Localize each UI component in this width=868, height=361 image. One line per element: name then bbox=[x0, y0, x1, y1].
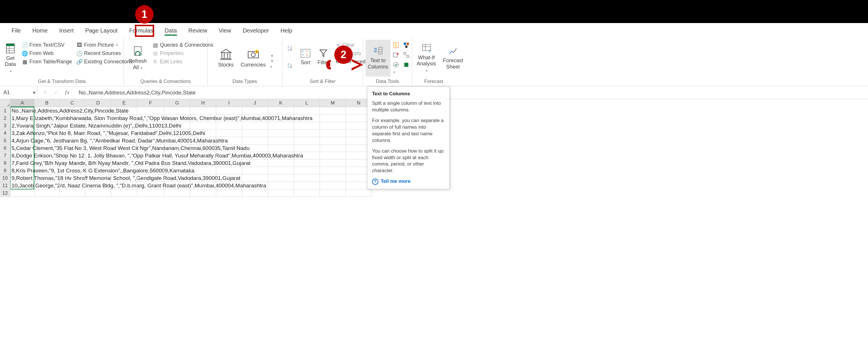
cell[interactable] bbox=[137, 144, 164, 152]
cell[interactable] bbox=[59, 137, 85, 144]
cell[interactable] bbox=[164, 152, 190, 160]
cell[interactable] bbox=[320, 160, 346, 167]
row-header[interactable]: 6 bbox=[0, 144, 10, 152]
cell[interactable] bbox=[111, 182, 137, 190]
cell[interactable] bbox=[137, 152, 164, 160]
cell[interactable] bbox=[35, 174, 59, 182]
cell[interactable]: 8,Kris Praveen,"9, 1st Cross, K G Extens… bbox=[10, 167, 35, 174]
cell[interactable] bbox=[242, 174, 268, 182]
cell[interactable] bbox=[111, 122, 137, 130]
cell[interactable] bbox=[85, 114, 111, 122]
flash-fill-button[interactable] bbox=[393, 42, 401, 50]
cell[interactable] bbox=[242, 167, 268, 174]
cell[interactable] bbox=[164, 130, 190, 137]
text-to-columns-button[interactable]: Text to Columns bbox=[365, 40, 391, 76]
cell[interactable] bbox=[242, 152, 268, 160]
from-table-range-button[interactable]: ▦From Table/Range bbox=[21, 58, 73, 65]
cell[interactable] bbox=[268, 107, 294, 114]
cell[interactable] bbox=[320, 130, 346, 137]
cell[interactable] bbox=[164, 122, 190, 130]
cell[interactable] bbox=[35, 122, 59, 130]
row-header[interactable]: 7 bbox=[0, 152, 10, 160]
cell[interactable] bbox=[320, 114, 346, 122]
tab-review[interactable]: Review bbox=[183, 24, 213, 37]
tab-formulas[interactable]: Formulas bbox=[123, 24, 159, 37]
tab-file[interactable]: File bbox=[6, 24, 27, 37]
column-header-F[interactable]: F bbox=[137, 99, 164, 107]
cell[interactable] bbox=[164, 144, 190, 152]
formula-bar-input[interactable]: No.,Name,Address,Address2,City,Pincode,S… bbox=[75, 90, 868, 96]
from-web-button[interactable]: 🌐From Web bbox=[21, 50, 73, 57]
cell[interactable] bbox=[59, 182, 85, 190]
cell[interactable] bbox=[137, 137, 164, 144]
from-text-csv-button[interactable]: 📄From Text/CSV bbox=[21, 41, 73, 48]
cell[interactable] bbox=[137, 167, 164, 174]
cell[interactable] bbox=[85, 167, 111, 174]
cell[interactable] bbox=[111, 190, 137, 197]
cell[interactable] bbox=[294, 122, 320, 130]
cell[interactable] bbox=[320, 182, 346, 190]
cell[interactable] bbox=[59, 144, 85, 152]
insert-function-icon[interactable]: ƒx bbox=[65, 90, 69, 95]
cell[interactable] bbox=[294, 114, 320, 122]
cell[interactable] bbox=[164, 160, 190, 167]
select-all-corner[interactable] bbox=[0, 99, 10, 107]
cell[interactable]: 7,Farid Grey,"B/h Nyay Mandir, B/h Nyay … bbox=[10, 160, 35, 167]
column-header-E[interactable]: E bbox=[111, 99, 137, 107]
cell[interactable] bbox=[85, 174, 111, 182]
cell[interactable] bbox=[59, 114, 85, 122]
cell[interactable] bbox=[268, 152, 294, 160]
cell[interactable] bbox=[242, 130, 268, 137]
manage-data-model-button[interactable] bbox=[403, 62, 409, 69]
cell[interactable] bbox=[85, 144, 111, 152]
cell[interactable] bbox=[35, 130, 59, 137]
cell[interactable] bbox=[35, 144, 59, 152]
cell[interactable] bbox=[85, 137, 111, 144]
cell[interactable] bbox=[35, 137, 59, 144]
cell[interactable] bbox=[242, 122, 268, 130]
cell[interactable] bbox=[111, 167, 137, 174]
cell[interactable] bbox=[320, 107, 346, 114]
cell[interactable] bbox=[111, 144, 137, 152]
sort-za-button[interactable]: ZA bbox=[286, 62, 294, 69]
cell[interactable] bbox=[242, 137, 268, 144]
cell[interactable]: 2,Yuvaraj Singh,"Jaipur Estate, Nizammud… bbox=[10, 122, 35, 130]
cell[interactable] bbox=[294, 137, 320, 144]
scroll-up-icon[interactable]: ▲ bbox=[270, 53, 274, 57]
cell[interactable] bbox=[164, 167, 190, 174]
tab-developer[interactable]: Developer bbox=[237, 24, 275, 37]
cell[interactable] bbox=[111, 137, 137, 144]
row-header[interactable]: 12 bbox=[0, 190, 10, 197]
cell[interactable] bbox=[320, 174, 346, 182]
cell[interactable] bbox=[216, 130, 242, 137]
row-header[interactable]: 2 bbox=[0, 114, 10, 122]
data-validation-button[interactable]: ▾ bbox=[393, 62, 401, 74]
cell[interactable] bbox=[85, 190, 111, 197]
cell[interactable]: No.,Name,Address,Address2,City,Pincode,S… bbox=[10, 107, 35, 114]
cell[interactable] bbox=[294, 130, 320, 137]
cell[interactable] bbox=[294, 144, 320, 152]
cell[interactable] bbox=[111, 160, 137, 167]
cell[interactable]: 6,Dodge Erikson,"Shop No 12, 1, Jolly Bh… bbox=[10, 152, 35, 160]
column-header-L[interactable]: L bbox=[294, 99, 320, 107]
cell[interactable] bbox=[137, 190, 164, 197]
cell[interactable] bbox=[59, 174, 85, 182]
cell[interactable] bbox=[216, 144, 242, 152]
cell[interactable] bbox=[59, 152, 85, 160]
cell[interactable] bbox=[190, 160, 216, 167]
cell[interactable] bbox=[268, 137, 294, 144]
chevron-down-icon[interactable]: ▾ bbox=[33, 90, 35, 96]
cell[interactable] bbox=[137, 122, 164, 130]
cell[interactable] bbox=[190, 114, 216, 122]
cell[interactable] bbox=[242, 144, 268, 152]
cell[interactable] bbox=[59, 130, 85, 137]
forecast-sheet-button[interactable]: Forecast Sheet bbox=[441, 40, 465, 76]
sort-az-button[interactable]: AZ bbox=[286, 45, 294, 52]
refresh-all-button[interactable]: Refresh All ▾ bbox=[126, 40, 149, 76]
cell[interactable] bbox=[35, 190, 59, 197]
cell[interactable] bbox=[294, 152, 320, 160]
row-header[interactable]: 3 bbox=[0, 122, 10, 130]
cell[interactable] bbox=[85, 182, 111, 190]
cell[interactable] bbox=[216, 152, 242, 160]
cell[interactable] bbox=[111, 107, 137, 114]
